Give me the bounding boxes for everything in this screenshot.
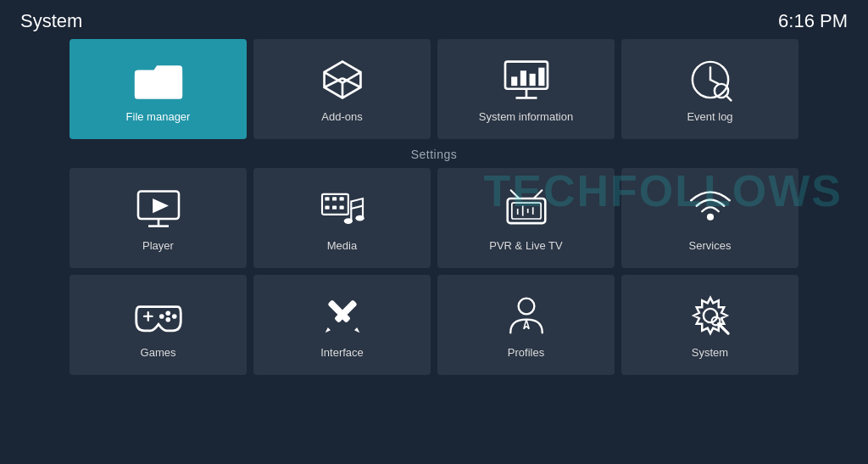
event-log-icon xyxy=(685,58,736,102)
svg-line-3 xyxy=(324,72,342,83)
settings-row-1: Player xyxy=(70,168,798,268)
svg-rect-29 xyxy=(332,205,337,209)
svg-line-6 xyxy=(324,78,342,87)
games-label: Games xyxy=(141,346,176,359)
svg-point-33 xyxy=(343,218,352,224)
svg-rect-1 xyxy=(134,73,181,98)
system-label: System xyxy=(692,346,728,359)
services-label: Services xyxy=(689,239,732,252)
pvr-live-tv-label: PVR & Live TV xyxy=(489,239,562,252)
interface-label: Interface xyxy=(320,346,364,359)
svg-line-37 xyxy=(533,189,542,198)
settings-grid: Player xyxy=(70,168,798,375)
file-manager-icon xyxy=(133,58,184,102)
svg-point-59 xyxy=(703,308,716,321)
svg-point-47 xyxy=(171,314,176,319)
games-icon xyxy=(133,293,184,338)
system-icon xyxy=(685,293,736,338)
tile-player[interactable]: Player xyxy=(70,168,247,268)
tile-file-manager[interactable]: File manager xyxy=(70,39,247,139)
tile-interface[interactable]: Interface xyxy=(253,275,431,375)
tile-add-ons[interactable]: Add-ons xyxy=(253,39,431,139)
system-information-label: System information xyxy=(479,110,573,123)
svg-rect-11 xyxy=(511,76,517,86)
settings-row-2: Games Interface xyxy=(70,275,798,375)
page-title: System xyxy=(20,10,82,32)
add-ons-icon xyxy=(317,58,368,102)
svg-line-36 xyxy=(510,189,519,198)
profiles-label: Profiles xyxy=(508,346,544,359)
system-information-icon xyxy=(501,58,552,102)
tile-games[interactable]: Games xyxy=(70,275,247,375)
svg-point-49 xyxy=(159,314,164,319)
svg-rect-26 xyxy=(332,197,337,200)
svg-point-54 xyxy=(518,298,534,314)
top-row: File manager Add-ons xyxy=(70,39,798,139)
services-icon xyxy=(685,187,736,231)
svg-rect-30 xyxy=(339,205,343,209)
tile-profiles[interactable]: Profiles xyxy=(437,275,615,375)
tile-media[interactable]: Media xyxy=(253,168,431,268)
tile-event-log[interactable]: Event log xyxy=(621,39,798,139)
player-icon xyxy=(133,187,184,231)
tile-system[interactable]: System xyxy=(621,275,798,375)
svg-rect-27 xyxy=(339,197,343,200)
pvr-live-tv-icon xyxy=(501,187,552,231)
svg-rect-12 xyxy=(520,70,526,86)
svg-rect-25 xyxy=(325,197,329,200)
section-label: Settings xyxy=(70,139,798,168)
svg-rect-28 xyxy=(325,205,329,209)
svg-line-17 xyxy=(710,80,719,84)
player-label: Player xyxy=(142,239,174,252)
svg-line-4 xyxy=(342,72,360,83)
main-content: File manager Add-ons xyxy=(0,39,868,375)
svg-marker-23 xyxy=(153,198,169,213)
media-label: Media xyxy=(327,239,357,252)
svg-line-60 xyxy=(718,323,727,333)
file-manager-label: File manager xyxy=(126,110,191,123)
add-ons-label: Add-ons xyxy=(321,110,362,123)
svg-point-34 xyxy=(355,215,364,221)
svg-marker-53 xyxy=(354,327,359,333)
tile-services[interactable]: Services xyxy=(621,168,798,268)
clock: 6:16 PM xyxy=(778,10,848,32)
svg-line-19 xyxy=(726,95,731,100)
svg-rect-13 xyxy=(529,73,535,85)
event-log-label: Event log xyxy=(687,110,732,123)
svg-point-46 xyxy=(165,310,170,316)
header: System 6:16 PM xyxy=(0,0,868,39)
media-icon xyxy=(317,187,368,231)
svg-point-48 xyxy=(165,316,170,321)
svg-rect-14 xyxy=(538,67,544,85)
svg-marker-51 xyxy=(325,327,330,333)
tile-system-information[interactable]: System information xyxy=(437,39,615,139)
tile-pvr-live-tv[interactable]: PVR & Live TV xyxy=(437,168,615,268)
svg-rect-38 xyxy=(511,203,540,219)
svg-point-43 xyxy=(706,213,713,220)
svg-line-7 xyxy=(342,78,360,87)
interface-icon xyxy=(317,293,368,338)
profiles-icon xyxy=(501,293,552,338)
